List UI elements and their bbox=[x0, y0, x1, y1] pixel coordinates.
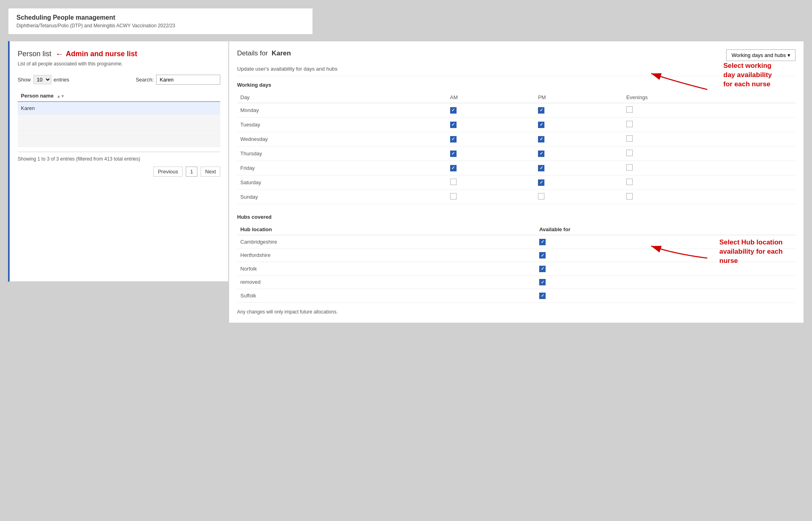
details-name: Karen bbox=[272, 49, 291, 57]
show-label: Show bbox=[18, 77, 31, 83]
am-checkbox[interactable] bbox=[450, 193, 457, 199]
right-panel: Details for Karen Working days and hubs … bbox=[229, 41, 804, 323]
table-controls: Show 10 25 50 entries Search: bbox=[18, 75, 220, 85]
prev-button[interactable]: Previous bbox=[153, 167, 183, 177]
sort-icon: ▲▼ bbox=[57, 94, 65, 98]
show-select[interactable]: 10 25 50 bbox=[33, 75, 51, 84]
day-row: Monday bbox=[237, 103, 796, 118]
page-title: Scheduling People management bbox=[16, 14, 304, 21]
day-row: Sunday bbox=[237, 190, 796, 204]
working-days-btn-label: Working days and hubs bbox=[731, 52, 786, 58]
pm-checkbox[interactable] bbox=[538, 165, 544, 171]
pm-checkbox[interactable] bbox=[538, 107, 544, 114]
hubs-title: Hubs covered bbox=[237, 214, 796, 220]
entries-label: entries bbox=[54, 77, 69, 83]
hub-row: Hertfordshire bbox=[237, 248, 796, 262]
am-col-header: AM bbox=[447, 92, 535, 103]
search-input[interactable] bbox=[156, 75, 220, 85]
pagination: Previous 1 Next bbox=[18, 167, 220, 177]
table-row[interactable] bbox=[18, 131, 220, 147]
evenings-checkbox[interactable] bbox=[626, 179, 633, 185]
arrow-annotation: ← Admin and nurse list bbox=[55, 49, 137, 59]
pm-checkbox[interactable] bbox=[538, 151, 544, 157]
pm-col-header: PM bbox=[535, 92, 623, 103]
evenings-checkbox[interactable] bbox=[626, 121, 633, 127]
person-name-header: Person name ▲▼ bbox=[18, 90, 220, 102]
hub-available-checkbox[interactable] bbox=[539, 266, 546, 272]
search-label: Search: bbox=[136, 77, 154, 83]
day-row: Tuesday bbox=[237, 118, 796, 132]
evenings-checkbox[interactable] bbox=[626, 135, 633, 142]
left-panel: Person list ← Admin and nurse list List … bbox=[8, 41, 229, 282]
hub-available-checkbox[interactable] bbox=[539, 252, 546, 258]
pm-checkbox[interactable] bbox=[538, 136, 544, 142]
hubs-table: Hub location Available for Cambridgeshir… bbox=[237, 224, 796, 303]
left-panel-subtitle: List of all people associated with this … bbox=[18, 61, 220, 67]
table-row[interactable] bbox=[18, 115, 220, 131]
am-checkbox[interactable] bbox=[450, 122, 457, 128]
pm-checkbox[interactable] bbox=[538, 179, 544, 186]
working-days-title: Working days bbox=[237, 82, 796, 88]
day-row: Friday bbox=[237, 161, 796, 175]
show-entries: Show 10 25 50 entries bbox=[18, 75, 69, 84]
table-row[interactable]: Karen bbox=[18, 102, 220, 115]
days-table: Day AM PM Evenings MondayTuesdayWednesda… bbox=[237, 92, 796, 204]
hub-row: removed bbox=[237, 275, 796, 289]
day-row: Thursday bbox=[237, 147, 796, 161]
dropdown-icon: ▾ bbox=[788, 52, 790, 58]
hub-available-checkbox[interactable] bbox=[539, 293, 546, 299]
person-table: Person name ▲▼ Karen bbox=[18, 90, 220, 147]
footer-text: Showing 1 to 3 of 3 entries (filtered fr… bbox=[18, 156, 140, 162]
update-subtitle: Update user's availability for days and … bbox=[237, 66, 796, 76]
day-row: Wednesday bbox=[237, 132, 796, 147]
details-title: Details for Karen bbox=[237, 49, 291, 57]
hub-available-header: Available for bbox=[536, 224, 796, 235]
hub-row: Suffolk bbox=[237, 289, 796, 303]
right-panel-header: Details for Karen Working days and hubs … bbox=[237, 49, 796, 61]
pm-checkbox[interactable] bbox=[538, 193, 544, 199]
top-header: Scheduling People management Diphtheria/… bbox=[8, 8, 313, 35]
person-list-title: Person list bbox=[18, 50, 51, 58]
hub-available-checkbox[interactable] bbox=[539, 279, 546, 285]
am-checkbox[interactable] bbox=[450, 107, 457, 114]
next-button[interactable]: Next bbox=[201, 167, 220, 177]
current-page[interactable]: 1 bbox=[186, 167, 197, 177]
am-checkbox[interactable] bbox=[450, 165, 457, 171]
table-footer: Showing 1 to 3 of 3 entries (filtered fr… bbox=[18, 152, 220, 162]
hub-row: Norfolk bbox=[237, 262, 796, 276]
search-box: Search: bbox=[136, 75, 220, 85]
left-panel-header: Person list ← Admin and nurse list bbox=[18, 49, 220, 59]
evenings-checkbox[interactable] bbox=[626, 150, 633, 156]
am-checkbox[interactable] bbox=[450, 179, 457, 185]
hub-location-header: Hub location bbox=[237, 224, 536, 235]
evenings-checkbox[interactable] bbox=[626, 106, 633, 113]
day-row: Saturday bbox=[237, 175, 796, 190]
am-checkbox[interactable] bbox=[450, 151, 457, 157]
arrow-left-icon: ← bbox=[55, 49, 63, 59]
main-content: Person list ← Admin and nurse list List … bbox=[8, 41, 804, 323]
details-prefix: Details for bbox=[237, 49, 268, 57]
pm-checkbox[interactable] bbox=[538, 122, 544, 128]
evenings-checkbox[interactable] bbox=[626, 164, 633, 171]
day-col-header: Day bbox=[237, 92, 447, 103]
evenings-checkbox[interactable] bbox=[626, 193, 633, 199]
am-checkbox[interactable] bbox=[450, 136, 457, 142]
hub-available-checkbox[interactable] bbox=[539, 239, 546, 245]
hub-row: Cambridgeshire bbox=[237, 235, 796, 249]
page-subtitle: Diphtheria/Tetanus/Polio (DTP) and Menin… bbox=[16, 23, 304, 28]
working-days-button[interactable]: Working days and hubs ▾ bbox=[726, 49, 796, 61]
changes-note: Any changes will only impact future allo… bbox=[237, 309, 796, 315]
admin-nurse-annotation: Admin and nurse list bbox=[66, 50, 137, 58]
evenings-col-header: Evenings bbox=[623, 92, 796, 103]
